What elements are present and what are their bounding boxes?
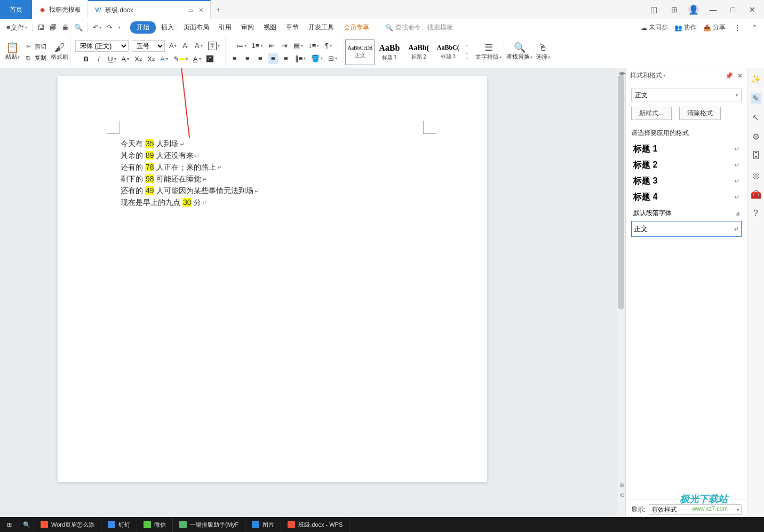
tab-template[interactable]: ◆ 找稻壳模板 bbox=[32, 0, 88, 19]
change-case-icon[interactable]: A bbox=[194, 41, 204, 51]
emphasis-icon[interactable]: 字 bbox=[207, 41, 221, 51]
gallery-up-icon[interactable]: ⌃ bbox=[464, 44, 470, 50]
align-right-icon[interactable]: ≡ bbox=[256, 53, 265, 64]
style-default-font[interactable]: 默认段落字体a bbox=[631, 205, 742, 221]
underline-button[interactable]: U bbox=[107, 54, 117, 65]
style-body-selected[interactable]: 正文↵ bbox=[631, 221, 742, 237]
line-spacing-icon[interactable]: ‖≡ bbox=[294, 53, 307, 64]
taskbar-item[interactable]: 钉钉 bbox=[101, 517, 137, 532]
bullets-icon[interactable]: ≔ bbox=[235, 41, 248, 51]
cut-button[interactable]: ✂剪切 bbox=[22, 42, 49, 51]
pane-handle-icon[interactable]: ◀▶ bbox=[618, 70, 626, 76]
assistant-icon[interactable]: ✨ bbox=[751, 74, 761, 84]
help-icon[interactable]: ? bbox=[751, 208, 761, 219]
align-left-icon[interactable]: ≡ bbox=[230, 53, 240, 64]
qat-saveas-icon[interactable]: 🗐 bbox=[47, 22, 59, 33]
qat-preview-icon[interactable]: 🔍 bbox=[72, 22, 85, 33]
document-text[interactable]: 今天有 35 人到场↵其余的 89 人还没有来↵还有的 78 人正在；来的路上↵… bbox=[121, 138, 259, 209]
bold-button[interactable]: B bbox=[81, 54, 91, 65]
select-button[interactable]: 🖱 选择▾ bbox=[536, 43, 550, 61]
format-painter-button[interactable]: 🖌 格式刷 bbox=[51, 43, 68, 61]
highlight-color-icon[interactable]: ✎ bbox=[172, 54, 189, 65]
qat-undo-icon[interactable]: ↶ ▾ bbox=[91, 22, 104, 33]
avatar-icon[interactable]: 👤 bbox=[688, 4, 699, 15]
doc-line[interactable]: 剩下的 98 可能还在睡觉↵ bbox=[121, 173, 259, 185]
unsync-button[interactable]: ☁未同步 bbox=[641, 23, 668, 32]
shading-icon[interactable]: 🪣 bbox=[310, 53, 324, 64]
menu-start[interactable]: 开始 bbox=[130, 21, 156, 34]
style-list-item[interactable]: 标题 1↵ bbox=[631, 141, 742, 157]
font-backfill-icon[interactable]: 🅰 bbox=[205, 54, 215, 65]
doc-line[interactable]: 还有的 49 人可能因为某些事情无法到场↵ bbox=[121, 185, 259, 197]
qat-save-icon[interactable]: 🖫 bbox=[35, 22, 46, 33]
font-color-icon[interactable]: A bbox=[192, 54, 202, 65]
current-style-select[interactable]: 正文 ▾ bbox=[631, 89, 742, 101]
qat-redo-icon[interactable]: ↷ bbox=[105, 22, 115, 33]
qat-print-icon[interactable]: 🖶 bbox=[60, 22, 71, 33]
align-distribute-icon[interactable]: ≡ bbox=[281, 53, 291, 64]
select-tool-icon[interactable]: ↖ bbox=[751, 112, 761, 123]
numbering-icon[interactable]: 1≡ bbox=[251, 41, 264, 51]
new-style-button[interactable]: 新样式... bbox=[631, 107, 672, 120]
menu-view[interactable]: 视图 bbox=[259, 21, 281, 34]
doc-line[interactable]: 现在是早上的九点 30 分↵ bbox=[121, 197, 259, 209]
taskbar-item[interactable]: Word页眉怎么添 bbox=[34, 517, 101, 532]
gallery-down-icon[interactable]: ⌄ bbox=[464, 50, 470, 55]
menu-member[interactable]: 会员专享 bbox=[339, 21, 373, 34]
scroll-thumb[interactable] bbox=[618, 75, 624, 309]
zoom-tools-icon[interactable]: ⊕ bbox=[619, 482, 624, 489]
align-center-icon[interactable]: ≡ bbox=[243, 53, 252, 64]
menu-chapter[interactable]: 章节 bbox=[282, 21, 303, 34]
style-normal[interactable]: AaBbCcDd 正文 bbox=[345, 39, 375, 65]
tab-popout-icon[interactable]: ▭ bbox=[187, 6, 193, 14]
subscript-button[interactable]: X2 bbox=[146, 54, 156, 65]
copy-button[interactable]: ⧉复制 bbox=[22, 53, 49, 62]
text-layout-button[interactable]: ☰ 文字排版▾ bbox=[475, 43, 502, 61]
gallery-expand-icon[interactable]: ⌄̲ bbox=[464, 55, 470, 60]
doc-line[interactable]: 今天有 35 人到场↵ bbox=[121, 138, 259, 150]
command-search[interactable]: 🔍 查找命令、搜索模板 bbox=[385, 23, 453, 32]
decrease-indent-icon[interactable]: ⇤ bbox=[267, 41, 276, 51]
maximize-button[interactable]: □ bbox=[728, 3, 738, 16]
collapse-ribbon-icon[interactable]: ⌃ bbox=[750, 22, 760, 33]
border-icon[interactable]: ⊞ bbox=[327, 53, 338, 64]
font-size-select[interactable]: 五号 bbox=[132, 40, 165, 52]
paste-button[interactable]: 📋 粘贴▾ bbox=[5, 43, 20, 61]
file-menu[interactable]: ≡ 文件 ▾ bbox=[4, 21, 29, 34]
taskbar-item[interactable]: 微信 bbox=[137, 517, 173, 532]
backup-icon[interactable]: 🗄 bbox=[751, 150, 761, 161]
style-list-item[interactable]: 标题 2↵ bbox=[631, 157, 742, 173]
alignment-dropdown-icon[interactable]: ▤ bbox=[292, 41, 304, 51]
styles-pane-toggle-icon[interactable]: ✎ bbox=[751, 93, 761, 104]
collab-button[interactable]: 👥协作 bbox=[674, 23, 697, 32]
menu-review[interactable]: 审阅 bbox=[237, 21, 258, 34]
nav-icon[interactable]: ◎ bbox=[751, 170, 761, 180]
find-replace-button[interactable]: 🔍 查找替换▾ bbox=[506, 43, 532, 61]
zoom-tools2-icon[interactable]: ⟲ bbox=[619, 492, 624, 499]
taskbar-item[interactable]: 班级.docx - WPS bbox=[281, 517, 349, 532]
settings-slider-icon[interactable]: ⚙ bbox=[751, 131, 761, 142]
style-heading2[interactable]: AaBb( 标题 2 bbox=[404, 39, 433, 65]
superscript-button[interactable]: X2 bbox=[133, 54, 143, 65]
menu-reference[interactable]: 引用 bbox=[214, 21, 236, 34]
strikethrough-button[interactable]: A bbox=[121, 54, 131, 65]
increase-font-icon[interactable]: A+ bbox=[168, 41, 178, 51]
align-justify-icon[interactable]: ≡ bbox=[268, 53, 278, 64]
start-button[interactable]: ⊞ bbox=[0, 517, 19, 532]
taskbar-item[interactable]: 一键排版助手(MyF bbox=[173, 517, 245, 532]
decrease-font-icon[interactable]: A- bbox=[181, 41, 190, 51]
italic-button[interactable]: I bbox=[94, 54, 104, 65]
style-list-item[interactable]: 标题 4↵ bbox=[631, 189, 742, 205]
text-effect-icon[interactable]: A bbox=[159, 54, 169, 65]
document-canvas[interactable]: 今天有 35 人到场↵其余的 89 人还没有来↵还有的 78 人正在；来的路上↵… bbox=[0, 68, 625, 532]
tab-document-active[interactable]: W 班级.docx ▭ ✕ bbox=[88, 0, 211, 19]
window-close-button[interactable]: ✕ bbox=[746, 3, 759, 16]
clear-format-button[interactable]: 清除格式 bbox=[679, 107, 721, 120]
vertical-scrollbar[interactable] bbox=[617, 68, 625, 532]
pane-close-icon[interactable]: ✕ bbox=[737, 72, 743, 80]
font-name-select[interactable]: 宋体 (正文) bbox=[75, 40, 129, 52]
style-heading1[interactable]: AaBb 标题 1 bbox=[375, 39, 404, 65]
share-button[interactable]: 📤分享 bbox=[703, 23, 726, 32]
taskbar-item[interactable]: 图片 bbox=[245, 517, 281, 532]
style-list-item[interactable]: 标题 3↵ bbox=[631, 173, 742, 189]
